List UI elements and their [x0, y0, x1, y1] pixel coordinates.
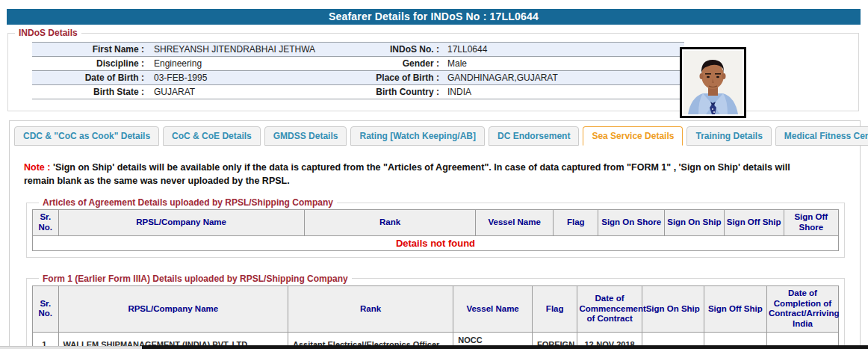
seafarer-photo	[680, 47, 746, 118]
tab-sea-service-details[interactable]: Sea Service Details	[583, 126, 683, 146]
articles-table-head: Sr. No. RPSL/Company Name Rank Vessel Na…	[33, 210, 839, 236]
form1-col-flag: Flag	[532, 285, 577, 332]
info-row-date-of-birth: Date of Birth : 03-FEB-1995 Place of Bir…	[32, 71, 684, 85]
discipline-value: Engineering	[144, 58, 368, 69]
indos-details-fieldset: INDoS Details First Name : SHREYANSH JIT…	[7, 28, 859, 111]
articles-of-agreement-fieldset: Articles of Agreement Details uploaded b…	[26, 197, 845, 258]
info-row-birth-state: Birth State : GUJARAT Birth Country : IN…	[32, 85, 684, 99]
form1-col-date-commencement: Date of Commencement of Contract	[577, 285, 642, 332]
form1-fieldset: Form 1 (Earlier Form IIIA) Details uploa…	[26, 274, 845, 349]
articles-col-sign-on-shore: Sign On Shore	[598, 210, 664, 236]
place-of-birth-value: GANDHINAGAR,GUJARAT	[439, 72, 684, 83]
form1-header-row: Sr. No. RPSL/Company Name Rank Vessel Na…	[33, 285, 839, 332]
first-name-value: SHREYANSH JITENDRABHAI JETHWA	[144, 44, 368, 55]
birth-state-label: Birth State :	[32, 87, 144, 97]
details-not-found-message: Details not found	[33, 235, 839, 250]
articles-col-rank: Rank	[304, 210, 476, 236]
articles-table: Sr. No. RPSL/Company Name Rank Vessel Na…	[32, 209, 839, 251]
tab-training-details[interactable]: Training Details	[686, 126, 771, 146]
note-prefix: Note :	[24, 162, 50, 173]
seafarer-photo-image	[683, 51, 743, 114]
articles-col-sign-off-ship: Sign Off Ship	[724, 210, 784, 236]
form1-col-company: RPSL/Company Name	[58, 285, 288, 332]
tab-dc-endorsement[interactable]: DC Endorsement	[489, 126, 579, 146]
articles-col-sr-no: Sr. No.	[33, 210, 59, 236]
form1-col-date-completion: Date of Completion of Contract/Arriving …	[766, 285, 838, 332]
indos-no-value: 17LL0644	[439, 44, 684, 55]
tab-content-panel: CDC & "CoC as Cook" Details CoC & CoE De…	[9, 120, 861, 349]
form1-col-sr-no: Sr. No.	[33, 285, 59, 332]
articles-col-sign-off-shore: Sign Off Shore	[784, 210, 838, 236]
date-of-birth-label: Date of Birth :	[32, 72, 144, 83]
birth-state-value: GUJARAT	[144, 87, 368, 97]
articles-col-sign-on-ship: Sign On Ship	[664, 210, 724, 236]
form1-col-vessel: Vessel Name	[453, 285, 533, 332]
page-title: Seafarer Details for INDoS No : 17LL0644	[7, 9, 861, 25]
form1-col-sign-on-ship: Sign On Ship	[642, 285, 704, 332]
birth-country-label: Birth Country :	[368, 87, 439, 97]
date-of-birth-value: 03-FEB-1995	[144, 72, 368, 83]
birth-country-value: INDIA	[439, 87, 684, 97]
indos-no-label: INDoS No. :	[368, 44, 439, 55]
gender-value: Male	[439, 58, 684, 69]
info-row-discipline: Discipline : Engineering Gender : Male	[32, 57, 684, 71]
form1-table: Sr. No. RPSL/Company Name Rank Vessel Na…	[32, 285, 839, 349]
place-of-birth-label: Place of Birth :	[368, 72, 439, 83]
bottom-edge-gray-segment	[0, 346, 142, 349]
tab-coc-coe-details[interactable]: CoC & CoE Details	[163, 126, 261, 146]
form1-legend: Form 1 (Earlier Form IIIA) Details uploa…	[39, 274, 352, 284]
articles-table-body: Details not found	[33, 235, 839, 250]
info-row-first-name: First Name : SHREYANSH JITENDRABHAI JETH…	[32, 43, 684, 57]
bottom-edge-black-bar[interactable]	[142, 345, 868, 349]
tab-rating-watch-keeping-ab[interactable]: Rating [Watch Keeping/AB]	[350, 126, 485, 146]
indos-info-rows: First Name : SHREYANSH JITENDRABHAI JETH…	[32, 42, 684, 99]
note-text: Note : 'Sign on Ship' details will be av…	[24, 161, 822, 188]
bottom-window-edge	[0, 345, 868, 349]
gender-label: Gender :	[368, 58, 439, 69]
articles-col-company: RPSL/Company Name	[58, 210, 304, 236]
articles-empty-row: Details not found	[33, 235, 839, 250]
form1-table-head: Sr. No. RPSL/Company Name Rank Vessel Na…	[33, 285, 839, 332]
articles-of-agreement-legend: Articles of Agreement Details uploaded b…	[39, 197, 337, 208]
discipline-label: Discipline :	[32, 58, 144, 69]
tab-gmdss-details[interactable]: GMDSS Details	[264, 126, 347, 146]
tab-medical-fitness-certificate[interactable]: Medical Fitness Certificate	[775, 126, 868, 146]
articles-col-flag: Flag	[554, 210, 598, 236]
form1-col-rank: Rank	[288, 285, 453, 332]
tab-bar: CDC & "CoC as Cook" Details CoC & CoE De…	[10, 121, 860, 146]
form1-col-sign-off-ship: Sign Off Ship	[704, 285, 766, 332]
indos-details-legend: INDoS Details	[15, 28, 81, 38]
first-name-label: First Name :	[32, 44, 144, 55]
articles-header-row: Sr. No. RPSL/Company Name Rank Vessel Na…	[33, 210, 839, 236]
note-body: 'Sign on Ship' details will be available…	[24, 162, 790, 186]
articles-col-vessel: Vessel Name	[476, 210, 554, 236]
tab-cdc-coc-as-cook-details[interactable]: CDC & "CoC as Cook" Details	[14, 126, 159, 146]
